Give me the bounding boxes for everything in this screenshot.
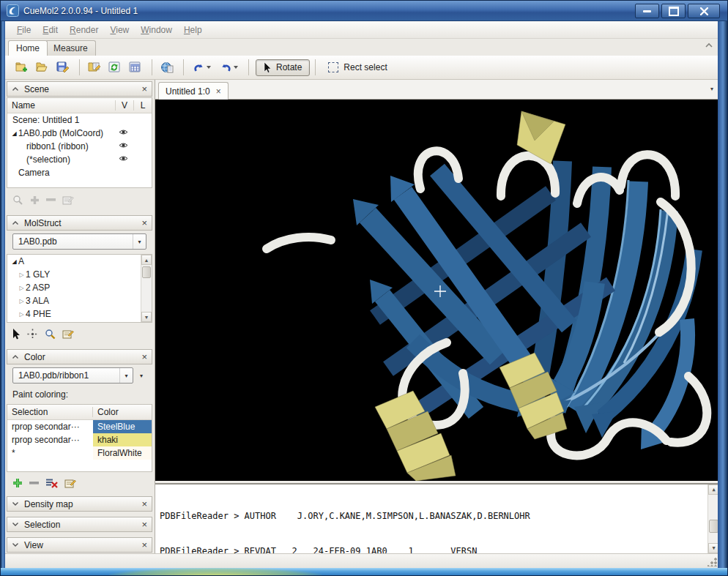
menu-window[interactable]: Window <box>135 23 178 37</box>
maximize-button[interactable] <box>661 4 686 18</box>
expand-chevron-icon[interactable] <box>12 542 19 547</box>
tab-overflow-caret-icon[interactable]: ▾ <box>710 86 713 92</box>
center-view-icon[interactable] <box>27 329 38 340</box>
color-panel-close-icon[interactable]: × <box>141 352 147 362</box>
resize-grip[interactable] <box>707 557 717 566</box>
list-item-residue[interactable]: ▷ 2 ASP <box>7 281 152 294</box>
list-item-residue[interactable]: ▷ 4 PHE <box>7 307 152 321</box>
tree-row-scene[interactable]: Scene: Untitled 1 <box>7 113 152 127</box>
expand-chevron-icon[interactable] <box>12 522 19 527</box>
scroll-down-icon[interactable]: ▼ <box>141 312 152 322</box>
rotate-tool-button[interactable]: Rotate <box>256 59 310 76</box>
tab-measure[interactable]: Measure <box>45 40 96 56</box>
open-scene-button[interactable] <box>33 59 51 77</box>
molstruct-panel-close-icon[interactable]: × <box>141 218 147 228</box>
color-target-dropdown[interactable]: 1AB0.pdb/ribbon1 ▾ <box>12 367 133 384</box>
undo-button[interactable] <box>189 59 214 77</box>
tree-row-camera[interactable]: Camera <box>7 166 152 179</box>
color-panel-header: Color × <box>7 349 152 364</box>
visibility-eye-icon[interactable] <box>119 142 128 149</box>
zoom-icon[interactable] <box>45 329 56 340</box>
tree-collapsed-icon[interactable]: ▷ <box>18 285 26 291</box>
statusbar <box>5 553 719 568</box>
new-scene-button[interactable] <box>12 59 31 77</box>
remove-icon[interactable] <box>29 481 39 485</box>
data-table-icon <box>129 61 141 73</box>
molecule-viewport[interactable] <box>155 100 719 481</box>
titlebar[interactable]: CueMol2 2.0.0.94 - Untitled 1 <box>1 1 728 21</box>
selection-close-icon[interactable]: × <box>141 520 147 529</box>
properties-icon[interactable] <box>64 478 76 488</box>
chevron-down-icon[interactable]: ▾ <box>133 234 146 249</box>
zoom-icon[interactable] <box>12 195 23 206</box>
window-title: CueMol2 2.0.0.94 - Untitled 1 <box>23 6 138 16</box>
molstruct-panel-header: MolStruct × <box>7 215 152 231</box>
molstruct-scrollbar[interactable]: ▲ ▼ <box>141 255 152 322</box>
scene-panel-close-icon[interactable]: × <box>141 84 147 94</box>
paint-coloring-label: Paint coloring: <box>12 389 68 400</box>
expand-chevron-icon[interactable] <box>12 501 19 506</box>
menubar: File Edit Render View Window Help <box>5 21 719 39</box>
ribbon-collapse-button[interactable] <box>705 42 713 48</box>
save-scene-button[interactable] <box>53 59 72 77</box>
scene-panel-title: Scene <box>24 84 136 94</box>
tree-row-selection[interactable]: (*selection) <box>7 153 152 166</box>
open-file-button[interactable] <box>85 59 103 77</box>
paint-row-steelblue[interactable]: rprop secondar··· SteelBlue <box>7 420 152 433</box>
tree-collapsed-icon[interactable]: ▷ <box>18 298 26 304</box>
paint-row-khaki[interactable]: rprop secondar··· khaki <box>7 433 152 446</box>
scrollbar-thumb[interactable] <box>142 266 151 278</box>
collapse-chevron-icon[interactable] <box>12 220 19 225</box>
viewport-tab[interactable]: Untitled 1:0 × <box>158 82 229 100</box>
rect-select-tool-button[interactable]: Rect select <box>321 60 394 75</box>
scene-panel-toolbar <box>7 190 152 209</box>
tree-collapsed-icon[interactable]: ▷ <box>18 311 26 318</box>
remove-icon[interactable] <box>46 198 56 202</box>
tree-expanded-icon[interactable]: ◢ <box>10 258 18 265</box>
view-close-icon[interactable]: × <box>141 540 147 550</box>
tree-row-molcoord[interactable]: ◢ 1AB0.pdb (MolCoord) <box>7 127 152 140</box>
add-icon[interactable] <box>12 478 23 488</box>
add-icon[interactable] <box>30 195 40 205</box>
density-map-close-icon[interactable]: × <box>141 499 147 509</box>
reload-file-button[interactable] <box>105 59 124 77</box>
view-panel-header: View × <box>7 537 152 553</box>
visibility-eye-icon[interactable] <box>119 129 128 135</box>
menu-view[interactable]: View <box>104 23 135 37</box>
list-item-residue[interactable]: ▷ 1 GLY <box>7 268 152 281</box>
collapse-chevron-icon[interactable] <box>12 86 19 91</box>
column-lock: L <box>133 100 152 111</box>
toolbar-separator <box>248 59 249 75</box>
scroll-up-icon[interactable]: ▲ <box>141 255 152 265</box>
redo-button[interactable] <box>216 59 241 77</box>
menu-render[interactable]: Render <box>64 23 104 37</box>
column-name: Name <box>7 100 115 111</box>
minimize-button[interactable] <box>635 4 659 18</box>
log-console[interactable]: PDBFileReader > AUTHOR J.ORY,C.KANE,M.SI… <box>155 483 719 553</box>
color-extra-dropdown-icon[interactable]: ▾ <box>140 373 143 379</box>
collapse-chevron-icon[interactable] <box>12 354 19 359</box>
properties-icon[interactable] <box>62 195 74 205</box>
paint-row-floralwhite[interactable]: * FloralWhite <box>7 446 152 460</box>
visibility-eye-icon[interactable] <box>119 155 128 162</box>
close-button[interactable] <box>688 4 720 18</box>
molstruct-dropdown[interactable]: 1AB0.pdb ▾ <box>12 233 146 250</box>
tree-collapsed-icon[interactable]: ▷ <box>18 272 26 278</box>
paint-color-value: SteelBlue <box>93 420 152 433</box>
menu-edit[interactable]: Edit <box>37 23 64 37</box>
tab-home[interactable]: Home <box>8 40 48 56</box>
clear-list-icon[interactable] <box>45 478 58 488</box>
paint-selection: rprop secondar··· <box>7 420 93 433</box>
properties-icon[interactable] <box>62 329 74 339</box>
network-pdb-button[interactable] <box>157 59 176 77</box>
viewport-tab-close-icon[interactable]: × <box>216 86 221 97</box>
list-item-residue[interactable]: ▷ 3 ALA <box>7 294 152 307</box>
menu-help[interactable]: Help <box>178 23 208 37</box>
chevron-down-icon[interactable]: ▾ <box>119 368 133 383</box>
tree-row-ribbon1[interactable]: ribbon1 (ribbon) <box>7 140 152 153</box>
tree-expanded-icon[interactable]: ◢ <box>10 130 18 137</box>
select-cursor-icon[interactable] <box>12 329 21 340</box>
menu-file[interactable]: File <box>11 23 37 37</box>
data-table-button[interactable] <box>126 59 144 77</box>
list-item-chain-a[interactable]: ◢ A <box>7 255 152 268</box>
